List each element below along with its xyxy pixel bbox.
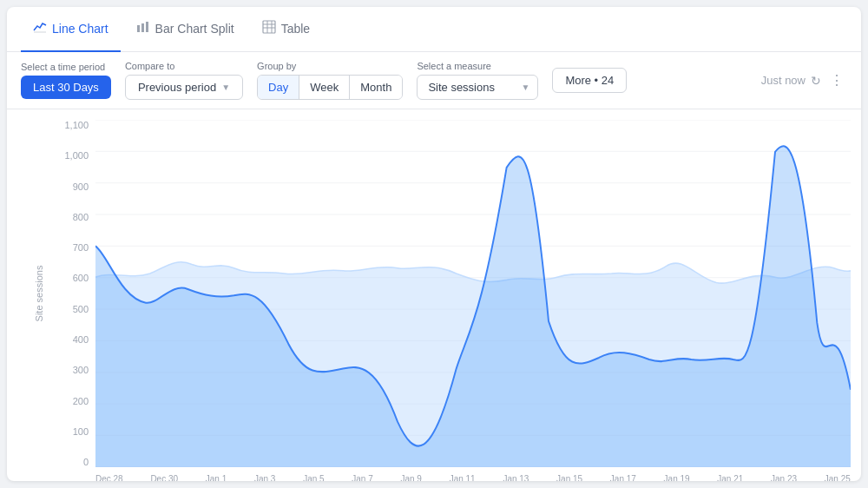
controls-bar: Select a time period Last 30 Days Compar…	[7, 52, 861, 109]
chart-svg	[95, 120, 851, 467]
y-tick-1000: 1,000	[64, 150, 89, 161]
group-by-month[interactable]: Month	[350, 76, 402, 99]
y-tick-400: 400	[73, 334, 89, 345]
page-container: Line Chart Bar Chart Split Table Select …	[0, 0, 868, 488]
group-by-buttons: Day Week Month	[257, 75, 403, 100]
compare-to-group: Compare to Previous period ▼	[125, 61, 243, 100]
x-label-jan9: Jan 9	[400, 474, 421, 481]
time-period-button[interactable]: Last 30 Days	[21, 76, 111, 99]
time-period-label: Select a time period	[21, 62, 111, 72]
group-by-week[interactable]: Week	[299, 76, 350, 99]
table-icon	[262, 20, 276, 36]
tab-table-label: Table	[281, 22, 310, 36]
x-label-jan15: Jan 15	[556, 474, 582, 481]
chart-area: Site sessions 1,100 1,000 900 800 700 60…	[7, 109, 861, 474]
measure-group: Select a measure Site sessions Page view…	[417, 61, 538, 100]
x-label-jan13: Jan 13	[503, 474, 529, 481]
time-period-group: Select a time period Last 30 Days	[21, 62, 111, 99]
x-axis: Dec 28 Dec 30 Jan 1 Jan 3 Jan 5 Jan 7 Ja…	[95, 471, 851, 481]
y-tick-1100: 1,100	[64, 120, 89, 130]
y-tick-500: 500	[73, 304, 89, 314]
line-chart-icon	[33, 20, 47, 36]
y-tick-800: 800	[73, 212, 89, 222]
svg-rect-1	[141, 23, 144, 32]
measure-select[interactable]: Site sessions Page views Unique visitors	[417, 75, 538, 100]
tab-line-chart-label: Line Chart	[52, 22, 108, 36]
y-tick-300: 300	[73, 365, 89, 375]
x-label-jan5: Jan 5	[303, 474, 324, 481]
compare-to-label: Compare to	[125, 61, 243, 71]
chevron-down-icon: ▼	[221, 82, 230, 92]
tab-bar: Line Chart Bar Chart Split Table	[7, 7, 861, 52]
bar-chart-icon	[136, 20, 150, 36]
timestamp-text: Just now	[761, 74, 806, 87]
tab-line-chart[interactable]: Line Chart	[21, 7, 121, 52]
x-label-dec28: Dec 28	[95, 474, 123, 481]
measure-label: Select a measure	[417, 61, 538, 71]
group-by-label: Group by	[257, 61, 403, 71]
compare-to-button[interactable]: Previous period ▼	[125, 75, 243, 100]
measure-select-wrapper: Site sessions Page views Unique visitors…	[417, 75, 538, 100]
kebab-menu-icon[interactable]: ⋮	[826, 72, 847, 89]
group-by-day[interactable]: Day	[258, 76, 299, 99]
tab-table[interactable]: Table	[250, 7, 322, 52]
y-tick-600: 600	[73, 273, 89, 283]
x-label-jan23: Jan 23	[771, 474, 797, 481]
chart-svg-wrapper: Dec 28 Dec 30 Jan 1 Jan 3 Jan 5 Jan 7 Ja…	[95, 120, 851, 467]
y-tick-700: 700	[73, 242, 89, 253]
timestamp-area: Just now ↻ ⋮	[761, 72, 847, 89]
x-label-jan25: Jan 25	[825, 474, 851, 481]
x-label-jan21: Jan 21	[717, 474, 743, 481]
tab-bar-chart-split-label: Bar Chart Split	[155, 22, 234, 36]
svg-rect-3	[263, 21, 275, 33]
refresh-icon[interactable]: ↻	[811, 74, 821, 88]
y-tick-100: 100	[73, 426, 89, 437]
y-axis-ticks: 1,100 1,000 900 800 700 600 500 400 300 …	[61, 120, 95, 467]
y-tick-0: 0	[83, 457, 89, 467]
chart-card: Line Chart Bar Chart Split Table Select …	[7, 7, 861, 481]
x-label-jan1: Jan 1	[206, 474, 227, 481]
compare-to-value: Previous period	[138, 81, 216, 94]
tab-bar-chart-split[interactable]: Bar Chart Split	[124, 7, 247, 52]
y-axis-label: Site sessions	[34, 266, 44, 322]
x-label-dec30: Dec 30	[150, 474, 178, 481]
x-label-jan11: Jan 11	[450, 474, 476, 481]
x-label-jan17: Jan 17	[610, 474, 636, 481]
svg-rect-2	[146, 22, 148, 32]
group-by-group: Group by Day Week Month	[257, 61, 403, 100]
svg-rect-0	[137, 25, 140, 32]
chart-body: 1,100 1,000 900 800 700 600 500 400 300 …	[61, 120, 851, 467]
y-tick-900: 900	[73, 181, 89, 192]
x-label-jan3: Jan 3	[254, 474, 275, 481]
y-tick-200: 200	[73, 396, 89, 406]
x-label-jan7: Jan 7	[352, 474, 372, 481]
x-label-jan19: Jan 19	[664, 474, 690, 481]
more-button[interactable]: More • 24	[552, 68, 627, 93]
